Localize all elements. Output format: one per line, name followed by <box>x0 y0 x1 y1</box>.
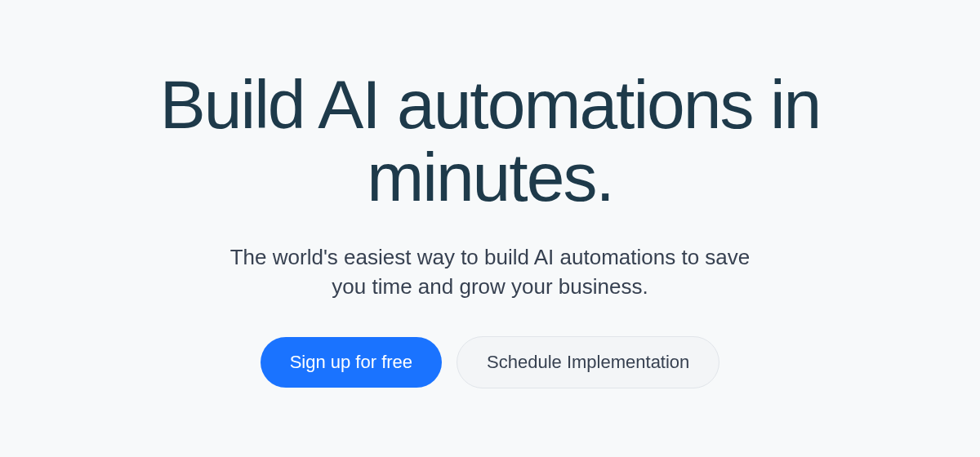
hero-title: Build AI automations in minutes. <box>106 69 874 212</box>
signup-button[interactable]: Sign up for free <box>261 337 442 388</box>
cta-row: Sign up for free Schedule Implementation <box>106 336 874 388</box>
hero-section: Build AI automations in minutes. The wor… <box>90 69 890 388</box>
schedule-button[interactable]: Schedule Implementation <box>457 336 719 388</box>
hero-subtitle: The world's easiest way to build AI auto… <box>212 242 768 302</box>
